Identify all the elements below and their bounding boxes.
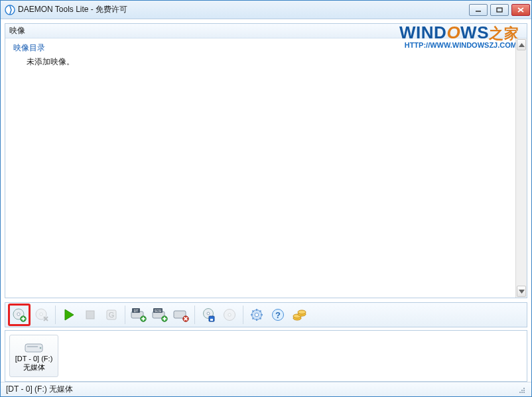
close-button[interactable] bbox=[511, 4, 530, 16]
svg-point-57 bbox=[298, 310, 306, 314]
svg-text:?: ? bbox=[275, 310, 281, 320]
window-title: DAEMON Tools Lite - 免费许可 bbox=[18, 4, 469, 15]
remove-image-button[interactable] bbox=[32, 305, 52, 325]
svg-rect-62 bbox=[521, 392, 523, 393]
status-text: [DT - 0] (F:) 无媒体 bbox=[6, 384, 73, 395]
burn-image-button[interactable] bbox=[198, 305, 218, 325]
svg-text:DT: DT bbox=[134, 309, 139, 313]
app-window: DAEMON Tools Lite - 免费许可 映像 WINDOWS之家 HT… bbox=[0, 0, 532, 397]
scroll-down-icon[interactable] bbox=[517, 286, 526, 297]
grab-disc-button[interactable] bbox=[220, 305, 239, 325]
svg-marker-16 bbox=[65, 310, 74, 320]
disc-plus-icon bbox=[12, 308, 27, 322]
svg-point-51 bbox=[255, 313, 259, 317]
minimize-button[interactable] bbox=[469, 4, 488, 16]
virtual-drives-panel: [DT - 0] (F:) 无媒体 bbox=[5, 330, 527, 382]
buy-license-button[interactable] bbox=[289, 305, 309, 325]
tree-empty-label: 未添加映像。 bbox=[8, 55, 524, 69]
drive-scsi-plus-icon: SCSI bbox=[152, 308, 168, 322]
drive-icon bbox=[24, 340, 44, 355]
add-dt-drive-button[interactable]: DT bbox=[129, 305, 149, 325]
svg-rect-66 bbox=[523, 388, 525, 389]
images-panel-header: 映像 bbox=[5, 24, 527, 38]
unmount-button[interactable] bbox=[80, 305, 100, 325]
gear-icon bbox=[250, 308, 263, 321]
client-area: 映像 WINDOWS之家 HTTP://WWW.WINDOWSZJ.COM/ 映… bbox=[1, 19, 531, 382]
main-toolbar: G DT SCSI bbox=[5, 302, 527, 327]
svg-text:G: G bbox=[109, 311, 115, 319]
toolbar-separator bbox=[194, 306, 195, 324]
titlebar[interactable]: DAEMON Tools Lite - 免费许可 bbox=[1, 1, 531, 19]
add-image-button[interactable] bbox=[8, 304, 31, 326]
svg-marker-6 bbox=[519, 290, 525, 294]
drive-label-line1: [DT - 0] (F:) bbox=[15, 355, 53, 363]
mount-button[interactable] bbox=[59, 305, 79, 325]
status-bar: [DT - 0] (F:) 无媒体 bbox=[1, 382, 531, 396]
refresh-button[interactable]: G bbox=[101, 305, 121, 325]
svg-rect-64 bbox=[519, 392, 521, 393]
svg-point-8 bbox=[17, 313, 20, 315]
svg-point-13 bbox=[40, 313, 42, 315]
svg-rect-17 bbox=[86, 311, 94, 319]
window-controls bbox=[469, 4, 530, 16]
svg-rect-65 bbox=[521, 390, 523, 391]
scroll-up-icon[interactable] bbox=[517, 39, 526, 50]
svg-rect-39 bbox=[210, 319, 213, 321]
play-icon bbox=[64, 309, 74, 321]
virtual-drive-item[interactable]: [DT - 0] (F:) 无媒体 bbox=[9, 335, 58, 377]
svg-marker-5 bbox=[519, 43, 525, 47]
maximize-button[interactable] bbox=[490, 4, 509, 16]
drive-label-line2: 无媒体 bbox=[23, 363, 45, 372]
svg-point-60 bbox=[40, 347, 42, 349]
coins-icon bbox=[292, 308, 306, 321]
images-panel: 映像 WINDOWS之家 HTTP://WWW.WINDOWSZJ.COM/ 映… bbox=[5, 23, 527, 298]
stop-icon bbox=[85, 310, 96, 320]
toolbar-separator bbox=[243, 306, 243, 324]
help-icon: ? bbox=[271, 308, 285, 321]
tree-root-catalog[interactable]: 映像目录 bbox=[8, 41, 524, 55]
disc-x-icon bbox=[34, 308, 49, 322]
preferences-button[interactable] bbox=[247, 305, 267, 325]
svg-rect-59 bbox=[27, 346, 38, 347]
svg-rect-61 bbox=[523, 392, 525, 393]
svg-rect-2 bbox=[497, 8, 502, 12]
disc-save-icon bbox=[201, 308, 216, 322]
vertical-scrollbar[interactable] bbox=[515, 38, 527, 298]
disc-icon bbox=[223, 308, 236, 321]
svg-rect-63 bbox=[523, 390, 525, 391]
toolbar-separator bbox=[125, 306, 125, 324]
drive-x-icon bbox=[173, 308, 189, 322]
app-icon bbox=[5, 5, 15, 15]
drive-dt-plus-icon: DT bbox=[131, 308, 147, 322]
svg-text:SCSI: SCSI bbox=[155, 310, 162, 313]
resize-grip-icon[interactable] bbox=[517, 385, 526, 394]
help-button[interactable]: ? bbox=[268, 305, 288, 325]
image-catalog-tree[interactable]: 映像目录 未添加映像。 bbox=[5, 38, 527, 298]
add-scsi-drive-button[interactable]: SCSI bbox=[150, 305, 170, 325]
svg-point-41 bbox=[228, 313, 231, 316]
remove-drive-button[interactable] bbox=[171, 305, 191, 325]
svg-point-37 bbox=[207, 312, 210, 315]
toolbar-separator bbox=[55, 306, 56, 324]
refresh-icon: G bbox=[105, 309, 117, 321]
